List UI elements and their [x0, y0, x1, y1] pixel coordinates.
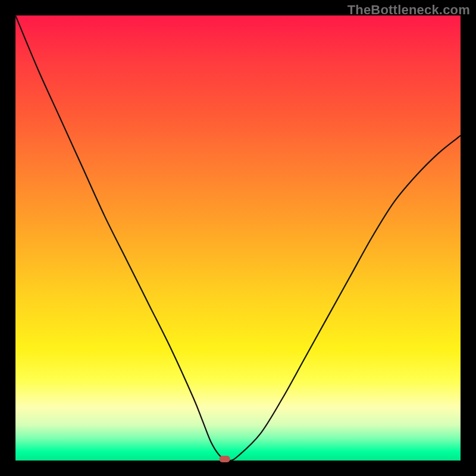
watermark-text: TheBottleneck.com: [347, 2, 470, 18]
curve-path: [15, 15, 461, 461]
bottleneck-curve: [15, 15, 461, 461]
chart-frame: TheBottleneck.com: [0, 0, 476, 476]
plot-area: [15, 15, 461, 461]
optimum-marker: [220, 456, 230, 462]
